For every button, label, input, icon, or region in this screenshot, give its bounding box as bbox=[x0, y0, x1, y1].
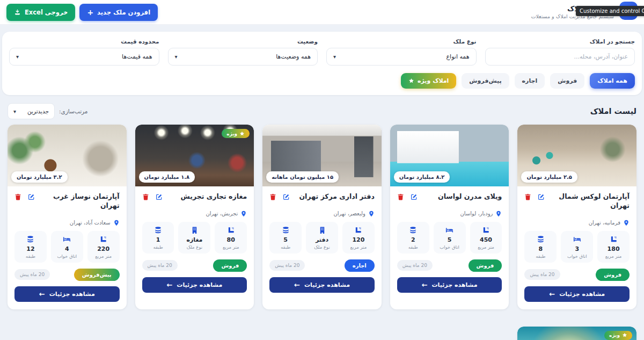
chevron-down-icon: ▾ bbox=[333, 54, 336, 60]
area-icon bbox=[472, 226, 501, 235]
property-location: تجریش، تهران bbox=[206, 211, 238, 216]
filter-chip[interactable]: فروش bbox=[550, 73, 584, 89]
type-select[interactable]: همه انواع ▾ bbox=[326, 48, 477, 66]
bed-icon bbox=[53, 235, 82, 244]
stat-box: 80متر مربع bbox=[215, 222, 247, 254]
stat-box: مغازهنوع ملک bbox=[178, 222, 210, 254]
price-select[interactable]: همه قیمت‌ها ▾ bbox=[9, 48, 159, 66]
card-body: آپارتمان لوکس شمال تهران فرمانیه، تهران … bbox=[517, 186, 636, 309]
layers-icon bbox=[271, 226, 300, 235]
property-title: دفتر اداری مرکز تهران bbox=[299, 192, 374, 201]
price-badge: ۱.۸ میلیارد تومان bbox=[139, 171, 195, 183]
property-card: ۱۵ میلیون تومان ماهانه دفتر اداری مرکز ت… bbox=[262, 125, 382, 309]
view-details-button[interactable]: مشاهده جزئیات ← bbox=[14, 286, 120, 302]
chevron-down-icon: ▾ bbox=[175, 54, 178, 60]
bed-icon bbox=[435, 226, 464, 235]
badge-row: فروش 20 ماه پیش bbox=[397, 259, 502, 272]
status-badge: فروش bbox=[596, 269, 630, 281]
excel-export-button[interactable]: خروجی Excel bbox=[6, 4, 75, 21]
property-title: مغازه تجاری تجریش bbox=[181, 192, 247, 201]
search-label: جستجو در املاک bbox=[485, 38, 635, 45]
bed-icon bbox=[562, 235, 591, 244]
status-label: وضعیت bbox=[168, 38, 318, 45]
stat-box: 5طبقه bbox=[269, 222, 302, 254]
time-ago-chip: 20 ماه پیش bbox=[14, 269, 50, 280]
trash-icon[interactable] bbox=[142, 193, 149, 200]
header-actions: افزودن ملک جدید + خروجی Excel bbox=[6, 4, 158, 21]
view-details-button[interactable]: مشاهده جزئیات ← bbox=[142, 277, 247, 293]
time-ago-chip: 20 ماه پیش bbox=[397, 260, 433, 271]
sort-label: مرتب‌سازی: bbox=[59, 108, 87, 114]
edit-icon[interactable] bbox=[156, 193, 163, 200]
property-location: ولیعصر، تهران bbox=[333, 211, 365, 216]
stats-row: 450متر مربع5اتاق خواب2طبقه bbox=[397, 222, 502, 254]
stat-box: 2طبقه bbox=[397, 222, 429, 254]
edit-icon[interactable] bbox=[283, 193, 290, 200]
view-details-button[interactable]: مشاهده جزئیات ← bbox=[269, 277, 375, 293]
time-ago-chip: 20 ماه پیش bbox=[524, 269, 560, 280]
type-label: نوع ملک bbox=[326, 38, 477, 45]
property-card: ۸.۲ میلیارد تومان ویلای مدرن لواسان bbox=[390, 125, 509, 309]
star-icon bbox=[408, 78, 414, 84]
arrow-left-icon: ← bbox=[39, 290, 45, 298]
arrow-left-icon: ← bbox=[549, 290, 555, 298]
arrow-left-icon: ← bbox=[422, 281, 428, 289]
edit-icon[interactable] bbox=[538, 193, 545, 200]
property-location: رودبار، لواسان bbox=[460, 211, 493, 216]
card-actions bbox=[14, 192, 35, 200]
filter-chip[interactable]: پیش‌فروش bbox=[462, 73, 509, 89]
card-actions bbox=[397, 192, 418, 200]
chevron-down-icon: ▾ bbox=[16, 54, 19, 60]
trash-icon[interactable] bbox=[397, 193, 404, 200]
add-property-button[interactable]: افزودن ملک جدید + bbox=[79, 4, 158, 21]
filter-chip[interactable]: همه املاک bbox=[590, 73, 635, 89]
price-badge: ۱۵ میلیون تومان ماهانه bbox=[266, 171, 339, 183]
card-body: دفتر اداری مرکز تهران ولیعصر، تهران 120م… bbox=[262, 186, 382, 300]
filter-chips: همه املاکفروشاجارهپیش‌فروشاملاک ویژه bbox=[8, 73, 636, 89]
chrome-tooltip: Customize and control Google Chrome bbox=[576, 6, 644, 16]
chevron-down-icon: ▾ bbox=[13, 108, 16, 114]
stat-box: 220متر مربع bbox=[87, 231, 120, 263]
status-badge: پیش‌فروش bbox=[74, 269, 120, 281]
edit-icon[interactable] bbox=[28, 193, 35, 200]
trash-icon[interactable] bbox=[524, 193, 531, 200]
layers-icon bbox=[526, 235, 555, 244]
edit-icon[interactable] bbox=[411, 193, 418, 200]
property-card: ۲.۵ میلیارد تومان آپارتمان لوکس شمال تهر… bbox=[517, 125, 636, 309]
plus-icon: + bbox=[87, 8, 93, 17]
stat-box: 4اتاق خواب bbox=[51, 231, 83, 263]
area-icon bbox=[216, 226, 245, 235]
search-input[interactable] bbox=[485, 48, 635, 66]
stats-row: 220متر مربع4اتاق خواب12طبقه bbox=[14, 231, 120, 263]
property-card: ویژه ۱.۸ میلیارد تومان مغازه تجاری تجریش bbox=[135, 125, 254, 309]
trash-icon[interactable] bbox=[14, 193, 21, 200]
location-row: ولیعصر، تهران bbox=[269, 211, 375, 217]
view-details-button[interactable]: مشاهده جزئیات ← bbox=[397, 277, 502, 293]
filter-panel: جستجو در املاک نوع ملک همه انواع ▾ وضعیت… bbox=[2, 32, 642, 95]
badge-row: فروش 20 ماه پیش bbox=[524, 269, 630, 281]
stat-box: 450متر مربع bbox=[470, 222, 502, 254]
filter-chip[interactable]: اجاره bbox=[515, 73, 545, 89]
badge-row: فروش 20 ماه پیش bbox=[142, 259, 247, 272]
view-details-button[interactable]: مشاهده جزئیات ← bbox=[524, 286, 630, 302]
price-badge: ۸.۲ میلیارد تومان bbox=[394, 171, 450, 183]
filter-chip[interactable]: املاک ویژه bbox=[401, 73, 456, 89]
stats-row: 80متر مربعمغازهنوع ملک1طبقه bbox=[142, 222, 247, 254]
sort-select[interactable]: جدیدترین ▾ bbox=[8, 103, 55, 119]
card-actions bbox=[269, 192, 290, 200]
property-image: ۱۵ میلیون تومان ماهانه bbox=[262, 125, 382, 186]
property-location: فرمانیه، تهران bbox=[589, 220, 620, 226]
layers-icon bbox=[399, 226, 428, 235]
property-card: ۳.۲ میلیارد تومان آپارتمان نوساز غرب تهر… bbox=[8, 125, 127, 309]
download-icon bbox=[14, 9, 21, 16]
building-icon bbox=[308, 226, 336, 235]
stat-box: 12طبقه bbox=[14, 231, 47, 263]
property-image: ویژه ۱.۸ میلیارد تومان bbox=[135, 125, 254, 186]
stats-row: 120متر مربعدفترنوع ملک5طبقه bbox=[269, 222, 375, 254]
stat-box: 1طبقه bbox=[142, 222, 174, 254]
card-body: آپارتمان نوساز غرب تهران سعادت آباد، تهر… bbox=[8, 186, 127, 309]
building-icon bbox=[180, 226, 209, 235]
trash-icon[interactable] bbox=[269, 193, 276, 200]
badge-row: اجاره 20 ماه پیش bbox=[269, 259, 375, 272]
status-select[interactable]: همه وضعیت‌ها ▾ bbox=[168, 48, 318, 66]
